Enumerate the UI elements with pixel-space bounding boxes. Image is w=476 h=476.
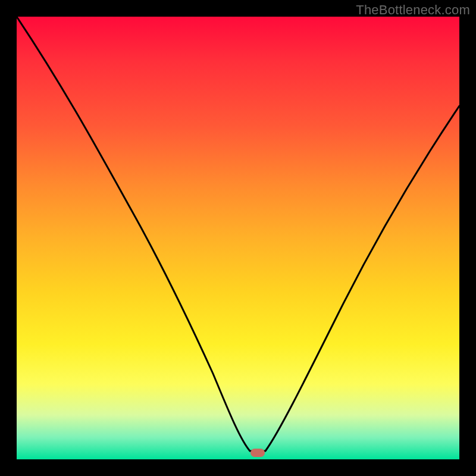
min-point-marker: [250, 449, 265, 457]
plot-area: [17, 17, 459, 459]
watermark-text: TheBottleneck.com: [356, 2, 470, 18]
bottleneck-curve: [17, 17, 459, 459]
chart-frame: TheBottleneck.com: [0, 0, 476, 476]
